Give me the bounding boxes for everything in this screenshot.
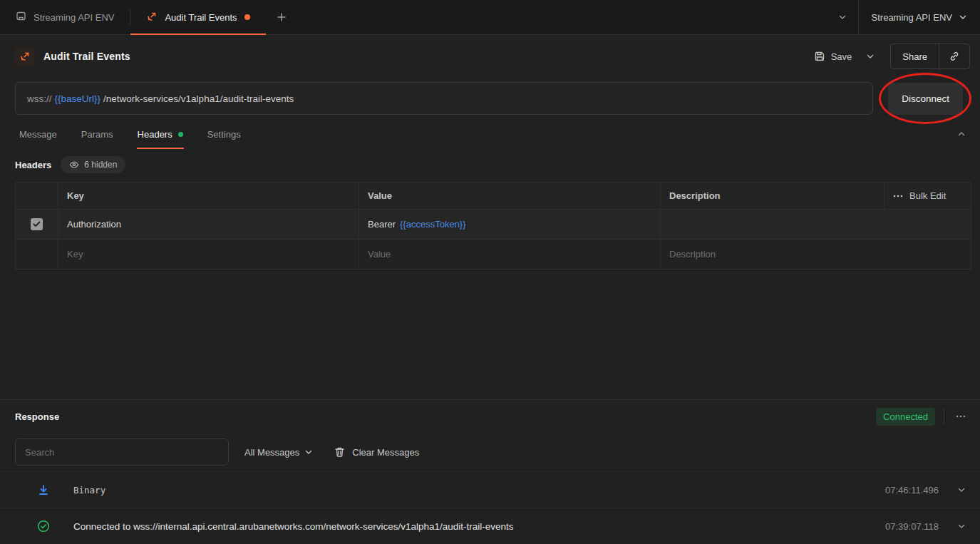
column-header-key: Key xyxy=(58,183,359,209)
empty-area xyxy=(0,270,980,399)
connection-status-badge: Connected xyxy=(876,408,935,426)
value-variable: {{accessToken}} xyxy=(400,219,466,230)
search-input[interactable] xyxy=(15,438,229,466)
more-dots-icon xyxy=(893,195,903,197)
request-tabs: Message Params Headers Settings xyxy=(0,119,980,149)
tab-label: Message xyxy=(19,129,57,140)
response-panel: Response Connected All Messages xyxy=(0,399,980,544)
tab-overflow-chevron[interactable] xyxy=(827,0,858,34)
environment-selector-label: Streaming API ENV xyxy=(872,12,952,23)
select-all-cell xyxy=(16,183,58,209)
message-filter-dropdown[interactable]: All Messages xyxy=(244,447,313,458)
response-title: Response xyxy=(15,411,59,422)
expand-message-chevron[interactable] xyxy=(957,486,966,494)
more-dots-icon xyxy=(956,415,966,418)
message-timestamp: 07:39:07.118 xyxy=(885,521,939,532)
unsaved-changes-dot xyxy=(244,14,250,20)
check-circle-icon xyxy=(37,520,50,533)
url-variable: {{baseUrl}} xyxy=(55,93,101,104)
message-list: Binary 07:46:11.496 Connected to wss://i… xyxy=(0,471,980,544)
tab-label: Settings xyxy=(207,129,241,140)
share-button-group: Share xyxy=(890,43,970,69)
message-text: Binary xyxy=(73,485,105,496)
row-checkbox-cell xyxy=(16,210,58,239)
url-scheme: wss:// xyxy=(27,93,52,104)
description-cell[interactable] xyxy=(661,210,971,239)
hidden-headers-toggle[interactable]: 6 hidden xyxy=(61,156,125,173)
request-actions: Save Share xyxy=(808,43,970,69)
message-timestamp: 07:46:11.496 xyxy=(885,485,939,496)
tab-streaming-api-env[interactable]: Streaming API ENV xyxy=(0,0,130,34)
tab-label: Audit Trail Events xyxy=(165,12,237,23)
expand-message-chevron[interactable] xyxy=(957,522,966,530)
check-icon xyxy=(33,221,41,227)
tab-label: Streaming API ENV xyxy=(33,12,114,23)
chevron-up-icon xyxy=(957,130,966,138)
arrow-down-icon xyxy=(37,483,50,496)
eye-icon xyxy=(69,160,79,170)
message-row[interactable]: Binary 07:46:11.496 xyxy=(0,471,980,508)
connected-check-icon xyxy=(37,520,50,533)
headers-title: Headers xyxy=(15,160,51,170)
tab-params[interactable]: Params xyxy=(81,119,113,149)
websocket-icon xyxy=(146,11,158,24)
description-placeholder-cell[interactable]: Description xyxy=(661,240,971,269)
clear-messages-button[interactable]: Clear Messages xyxy=(334,446,419,458)
tab-audit-trail-events[interactable]: Audit Trail Events xyxy=(130,0,265,34)
tab-message[interactable]: Message xyxy=(19,119,57,149)
clear-messages-label: Clear Messages xyxy=(352,447,419,458)
chevron-down-icon xyxy=(838,13,847,21)
app-window: Streaming API ENV Audit Trail Events Str… xyxy=(0,0,980,544)
message-received-icon xyxy=(37,483,50,496)
value-cell[interactable]: Bearer {{accessToken}} xyxy=(359,210,661,239)
environment-icon xyxy=(16,11,26,24)
tab-label: Params xyxy=(81,129,113,140)
url-input[interactable]: wss:// {{baseUrl}} /network-services/v1a… xyxy=(15,82,873,115)
response-options-button[interactable] xyxy=(953,412,969,421)
chevron-down-icon xyxy=(957,522,966,530)
url-row: wss:// {{baseUrl}} /network-services/v1a… xyxy=(0,78,980,119)
request-header: Audit Trail Events Save Share xyxy=(0,35,980,78)
disconnect-button[interactable]: Disconnect xyxy=(888,83,963,115)
message-text: Connected to wss://internal.api.central.… xyxy=(73,521,514,532)
save-icon xyxy=(814,51,825,62)
new-tab-button[interactable] xyxy=(266,0,297,34)
message-row[interactable]: Connected to wss://internal.api.central.… xyxy=(0,508,980,544)
environment-selector[interactable]: Streaming API ENV xyxy=(859,0,980,34)
chevron-down-icon xyxy=(304,448,313,456)
table-header-row: Key Value Description Bulk Edit xyxy=(16,183,971,210)
collapse-section-chevron[interactable] xyxy=(954,127,969,141)
disconnect-area: Disconnect xyxy=(888,83,963,115)
save-options-chevron[interactable] xyxy=(862,48,879,65)
chevron-down-icon xyxy=(866,52,875,61)
plus-icon xyxy=(277,12,287,22)
value-prefix: Bearer xyxy=(368,219,396,230)
headers-table: Key Value Description Bulk Edit Authoriz… xyxy=(15,182,971,270)
response-toolbar: All Messages Clear Messages xyxy=(0,433,980,471)
tab-settings[interactable]: Settings xyxy=(207,119,241,149)
headers-section-header: Headers 6 hidden xyxy=(0,152,980,178)
key-cell[interactable]: Authorization xyxy=(58,210,359,239)
chevron-down-icon xyxy=(959,13,967,21)
link-icon xyxy=(949,51,960,62)
column-header-value: Value xyxy=(359,183,661,209)
bulk-edit-button[interactable]: Bulk Edit xyxy=(884,183,971,209)
tab-headers[interactable]: Headers xyxy=(138,119,183,149)
table-row: Authorization Bearer {{accessToken}} xyxy=(16,210,971,240)
save-button[interactable]: Save xyxy=(808,46,858,66)
share-button[interactable]: Share xyxy=(891,44,939,68)
tabstrip-spacer xyxy=(297,0,827,34)
response-header: Response Connected xyxy=(0,400,980,433)
save-label: Save xyxy=(831,51,852,62)
row-checkbox[interactable] xyxy=(31,218,43,230)
chevron-down-icon xyxy=(957,486,966,494)
value-placeholder-cell[interactable]: Value xyxy=(359,240,661,269)
websocket-icon xyxy=(15,47,34,66)
headers-active-dot xyxy=(178,132,183,137)
hidden-count-label: 6 hidden xyxy=(84,160,117,170)
share-label: Share xyxy=(902,51,927,62)
key-placeholder-cell[interactable]: Key xyxy=(58,240,359,269)
copy-link-button[interactable] xyxy=(939,44,969,68)
page-title: Audit Trail Events xyxy=(43,51,130,62)
url-path: /network-services/v1alpha1/audit-trail-e… xyxy=(103,93,294,104)
